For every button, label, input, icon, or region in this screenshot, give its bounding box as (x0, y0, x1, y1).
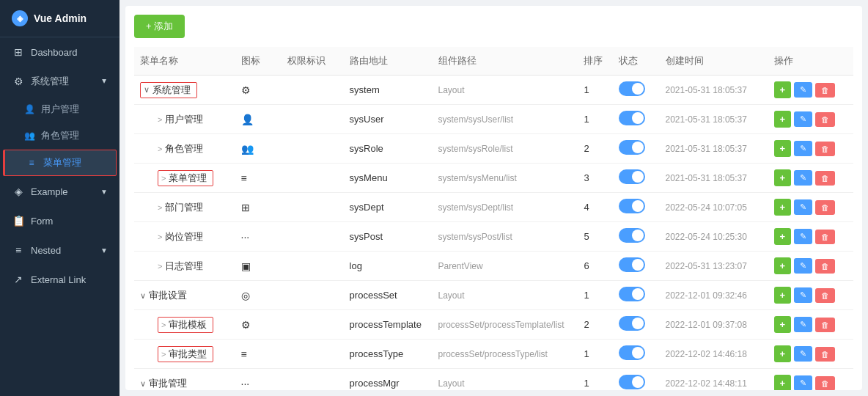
add-child-button[interactable]: + (774, 228, 792, 245)
add-child-button[interactable]: + (774, 345, 792, 362)
cell-sort: 1 (578, 105, 613, 134)
sub-arrow[interactable]: > (158, 232, 162, 241)
add-button[interactable]: + 添加 (134, 15, 185, 38)
edit-button[interactable]: ✎ (794, 287, 812, 303)
row-name-text: 审批模板 (169, 318, 207, 331)
cell-icon: 👥 (235, 134, 282, 164)
status-toggle[interactable] (619, 81, 645, 96)
cell-time: 2022-12-02 14:48:11 (660, 369, 768, 391)
sidebar-item-external[interactable]: ↗ External Link (0, 265, 119, 294)
sidebar-label-external: External Link (31, 274, 108, 285)
table-row: ∨审批设置 ◎ processSet Layout 1 2022-12-01 0… (134, 281, 853, 310)
cell-route: processTemplate (344, 310, 433, 340)
add-child-button[interactable]: + (774, 375, 792, 390)
external-icon: ↗ (12, 273, 25, 286)
delete-button[interactable]: 🗑 (815, 112, 835, 127)
cell-perm (282, 310, 344, 340)
add-child-button[interactable]: + (774, 81, 792, 98)
edit-button[interactable]: ✎ (794, 317, 812, 332)
edit-button[interactable]: ✎ (794, 229, 812, 244)
expand-arrow[interactable]: ∨ (140, 379, 146, 388)
status-toggle[interactable] (619, 111, 645, 125)
status-toggle[interactable] (619, 316, 645, 331)
add-child-button[interactable]: + (774, 140, 792, 157)
expand-arrow[interactable]: ∨ (140, 291, 146, 300)
sub-arrow[interactable]: > (161, 174, 166, 183)
sidebar-label-form: Form (31, 216, 108, 227)
delete-button[interactable]: 🗑 (815, 376, 835, 391)
sub-arrow[interactable]: > (158, 144, 162, 153)
sub-arrow[interactable]: > (158, 262, 162, 271)
action-buttons: + ✎ 🗑 (774, 316, 847, 333)
edit-button[interactable]: ✎ (794, 170, 812, 186)
cell-name: ∨审批管理 (134, 369, 235, 391)
status-toggle[interactable] (619, 375, 645, 389)
delete-button[interactable]: 🗑 (815, 230, 835, 244)
expand-arrow[interactable]: ∨ (144, 85, 150, 95)
edit-button[interactable]: ✎ (794, 82, 812, 98)
sidebar-item-user-mgr[interactable]: 👤 用户管理 (0, 96, 119, 122)
cell-sort: 1 (578, 369, 613, 391)
system-arrow: ▲ (100, 78, 108, 86)
delete-button[interactable]: 🗑 (815, 347, 835, 362)
cell-time: 2021-05-31 18:05:37 (660, 76, 768, 105)
edit-button[interactable]: ✎ (794, 346, 812, 362)
sidebar-label-user-mgr: 用户管理 (41, 103, 79, 116)
sidebar-item-menu-mgr[interactable]: ≡ 菜单管理 (3, 150, 117, 176)
sidebar-item-system[interactable]: ⚙ 系统管理 ▲ (0, 67, 119, 96)
cell-time: 2022-05-24 10:07:05 (660, 193, 768, 222)
sub-arrow[interactable]: > (161, 350, 166, 359)
sub-arrow[interactable]: > (161, 320, 166, 329)
table-container: 菜单名称 图标 权限标识 路由地址 组件路径 排序 状态 创建时间 操作 ∨系统… (134, 47, 853, 390)
sub-arrow[interactable]: > (158, 203, 162, 212)
delete-button[interactable]: 🗑 (815, 171, 835, 186)
status-toggle[interactable] (619, 287, 645, 301)
sidebar-logo: ◈ Vue Admin (0, 0, 119, 37)
col-header-icon: 图标 (235, 47, 282, 76)
action-buttons: + ✎ 🗑 (774, 169, 847, 186)
cell-name: ∨系统管理 (134, 76, 235, 105)
status-toggle[interactable] (619, 345, 645, 360)
delete-button[interactable]: 🗑 (815, 259, 835, 274)
table-row: >用户管理 👤 sysUser system/sysUser/list 1 20… (134, 105, 853, 134)
add-child-button[interactable]: + (774, 257, 792, 274)
sidebar-item-role-mgr[interactable]: 👥 角色管理 (0, 122, 119, 149)
sidebar-item-dashboard[interactable]: ⊞ Dashboard (0, 37, 119, 67)
cell-action: + ✎ 🗑 (768, 310, 853, 340)
add-child-button[interactable]: + (774, 287, 792, 304)
add-child-button[interactable]: + (774, 199, 792, 216)
status-toggle[interactable] (619, 140, 645, 155)
user-mgr-icon: 👤 (23, 103, 35, 115)
menu-table: 菜单名称 图标 权限标识 路由地址 组件路径 排序 状态 创建时间 操作 ∨系统… (134, 47, 853, 390)
role-mgr-icon: 👥 (23, 130, 35, 142)
sidebar-item-form[interactable]: 📋 Form (0, 206, 119, 235)
cell-route: sysRole (344, 134, 433, 164)
cell-sort: 1 (578, 281, 613, 310)
sidebar-item-nested[interactable]: ≡ Nested ▼ (0, 235, 119, 265)
add-child-button[interactable]: + (774, 316, 792, 333)
add-child-button[interactable]: + (774, 169, 792, 186)
status-toggle[interactable] (619, 257, 645, 272)
sidebar-item-example[interactable]: ◈ Example ▼ (0, 177, 119, 206)
delete-button[interactable]: 🗑 (815, 318, 835, 332)
delete-button[interactable]: 🗑 (815, 83, 835, 98)
edit-button[interactable]: ✎ (794, 111, 812, 127)
edit-button[interactable]: ✎ (794, 199, 812, 215)
row-name-text: 审批设置 (149, 290, 187, 301)
sub-arrow[interactable]: > (158, 115, 162, 124)
status-toggle[interactable] (619, 169, 645, 184)
delete-button[interactable]: 🗑 (815, 200, 835, 215)
edit-button[interactable]: ✎ (794, 141, 812, 156)
cell-icon: ⚙ (235, 310, 282, 340)
status-toggle[interactable] (619, 199, 645, 213)
delete-button[interactable]: 🗑 (815, 142, 835, 156)
edit-button[interactable]: ✎ (794, 375, 812, 390)
edit-button[interactable]: ✎ (794, 258, 812, 274)
action-buttons: + ✎ 🗑 (774, 111, 847, 128)
sidebar-label-role-mgr: 角色管理 (41, 129, 79, 142)
delete-button[interactable]: 🗑 (815, 288, 835, 303)
status-toggle[interactable] (619, 228, 645, 243)
cell-sort: 1 (578, 340, 613, 369)
cell-status (613, 252, 659, 281)
add-child-button[interactable]: + (774, 111, 792, 128)
